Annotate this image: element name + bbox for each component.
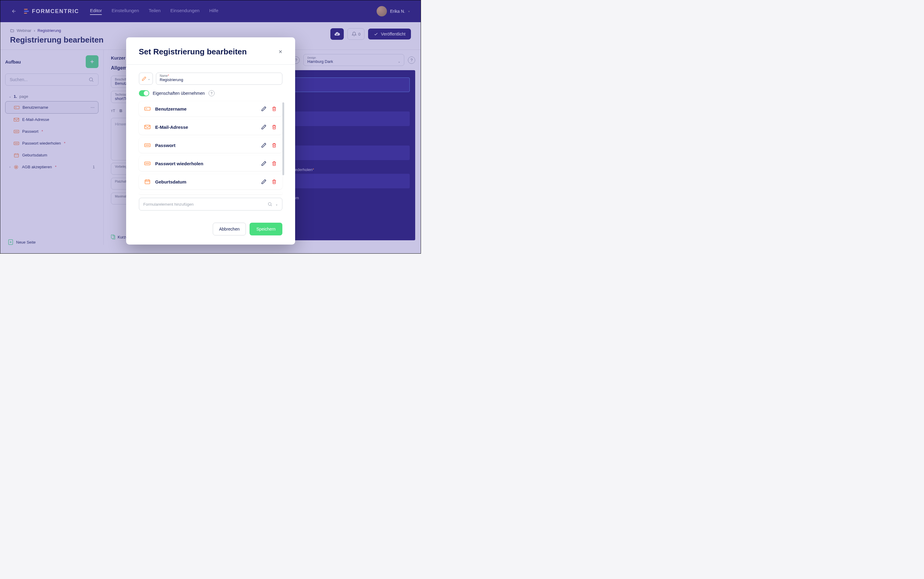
scrollbar[interactable] <box>282 102 284 175</box>
modal-overlay: Set Registrierung bearbeiten ✕ ⌄ Name* R… <box>0 0 421 254</box>
svg-point-22 <box>148 145 149 146</box>
trash-icon[interactable] <box>272 124 277 130</box>
list-item[interactable]: Benutzername <box>139 101 282 116</box>
add-placeholder: Formularelement hinzufügen <box>143 202 264 206</box>
help-button[interactable]: ? <box>208 90 215 96</box>
icon-picker-button[interactable]: ⌄ <box>139 73 153 85</box>
cancel-button[interactable]: Abbrechen <box>213 222 246 236</box>
name-value: Registrierung <box>160 77 279 82</box>
list-item-label: Passwort <box>155 143 256 148</box>
pencil-icon[interactable] <box>261 161 267 166</box>
trash-icon[interactable] <box>272 142 277 148</box>
trash-icon[interactable] <box>272 179 277 185</box>
pencil-icon[interactable] <box>261 142 267 148</box>
save-button[interactable]: Speichern <box>249 222 282 236</box>
text-field-icon <box>144 106 151 111</box>
svg-rect-18 <box>144 125 150 129</box>
inherit-toggle[interactable] <box>139 90 149 96</box>
name-input[interactable]: Name* Registrierung <box>156 73 282 85</box>
toggle-label: Eigenschaften übernehmen <box>153 91 205 96</box>
list-item-label: Geburtsdatum <box>155 179 256 185</box>
list-item-label: E-Mail-Adresse <box>155 124 256 130</box>
svg-point-25 <box>147 163 148 164</box>
list-item[interactable]: Passwort <box>139 137 282 153</box>
svg-point-28 <box>268 203 271 205</box>
list-item[interactable]: E-Mail-Adresse <box>139 119 282 134</box>
password-icon <box>144 161 151 166</box>
pencil-icon <box>142 76 146 81</box>
calendar-icon <box>144 179 151 184</box>
chevron-down-icon: ⌄ <box>275 203 278 206</box>
trash-icon[interactable] <box>272 161 277 166</box>
list-item[interactable]: Geburtsdatum <box>139 174 282 189</box>
pencil-icon[interactable] <box>261 106 267 111</box>
svg-point-26 <box>148 163 149 164</box>
chevron-down-icon: ⌄ <box>148 77 150 80</box>
list-item-label: Passwort wiederholen <box>155 161 256 166</box>
svg-point-24 <box>146 163 146 164</box>
add-element-input[interactable]: Formularelement hinzufügen ⌄ <box>139 198 282 211</box>
svg-point-21 <box>147 145 148 146</box>
pencil-icon[interactable] <box>261 124 267 130</box>
list-item-label: Benutzername <box>155 106 256 111</box>
edit-set-modal: Set Registrierung bearbeiten ✕ ⌄ Name* R… <box>126 38 295 245</box>
pencil-icon[interactable] <box>261 179 267 185</box>
close-button[interactable]: ✕ <box>279 49 282 55</box>
svg-rect-17 <box>144 107 150 110</box>
modal-title: Set Registrierung bearbeiten <box>139 47 247 57</box>
password-icon <box>144 143 151 148</box>
search-icon <box>267 202 272 206</box>
svg-rect-27 <box>145 180 150 184</box>
mail-icon <box>144 124 151 129</box>
trash-icon[interactable] <box>272 106 277 111</box>
list-item[interactable]: Passwort wiederholen <box>139 156 282 171</box>
svg-point-20 <box>146 145 146 146</box>
